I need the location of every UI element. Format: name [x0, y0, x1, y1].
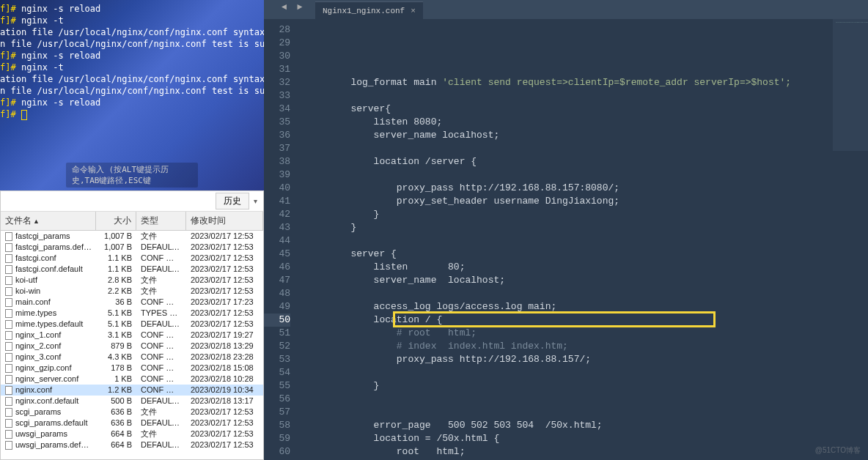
code-line [305, 366, 868, 379]
file-type: DEFAULT ... [136, 264, 186, 275]
file-row[interactable]: mime.types5.1 KBTYPES 文件2023/02/17 12:53 [1, 308, 263, 319]
file-name: nginx.conf [15, 385, 52, 394]
col-header-type[interactable]: 类型 [136, 212, 186, 230]
file-row[interactable]: fastcgi.conf1.1 KBCONF 文件2023/02/17 12:5… [1, 253, 263, 264]
filelist-header: 文件名▲ 大小 类型 修改时间 [1, 212, 263, 231]
line-number: 33 [264, 89, 290, 103]
file-size: 36 B [96, 297, 136, 308]
file-icon [5, 243, 12, 252]
line-number: 29 [264, 37, 290, 50]
file-row[interactable]: koi-utf2.8 KB文件2023/02/17 12:53 [1, 275, 263, 286]
line-number: 57 [264, 406, 290, 419]
line-number: 36 [264, 129, 290, 142]
col-header-date[interactable]: 修改时间 [186, 212, 263, 230]
terminal-line: n file /usr/local/nginx/conf/nginx.conf … [0, 85, 264, 97]
file-name: scgi_params.default [15, 418, 87, 427]
line-number: 49 [264, 300, 290, 314]
file-name: nginx_2.conf [15, 341, 61, 350]
editor-panel: ◄ ► Nginx1_nginx.conf × 2829303132333435… [264, 0, 868, 460]
col-header-size[interactable]: 大小 [96, 212, 136, 230]
tab-close-icon[interactable]: × [411, 7, 416, 15]
tab-title: Nginx1_nginx.conf [323, 7, 405, 15]
file-name: koi-utf [15, 275, 37, 284]
file-icon [5, 331, 12, 340]
line-number: 47 [264, 274, 290, 287]
file-size: 1 KB [96, 374, 136, 385]
terminal-hint: 命令输入 (按ALT键提示历史,TAB键路径,ESC键 [66, 163, 198, 188]
code-line: server { [305, 248, 868, 261]
file-row[interactable]: fastcgi_params1,007 B文件2023/02/17 12:53 [1, 231, 263, 242]
file-date: 2023/02/19 10:34 [186, 385, 263, 396]
file-icon [5, 287, 12, 296]
code-line: proxy_pass http://192.168.88.157:8080/; [305, 182, 868, 195]
file-row[interactable]: fastcgi_params.defa...1,007 BDEFAULT ...… [1, 242, 263, 253]
code-line [305, 142, 868, 155]
file-row[interactable]: scgi_params636 B文件2023/02/17 12:53 [1, 407, 263, 418]
minimap[interactable]: ━━━━━━━━━━━\n━━━━━━━\n━━━━━━━━━\n━━━━━\n… [833, 19, 868, 151]
file-name: nginx_3.conf [15, 352, 61, 361]
line-number: 39 [264, 168, 290, 182]
history-button[interactable]: 历史 [216, 193, 249, 209]
file-date: 2023/02/17 12:53 [186, 242, 263, 253]
line-number: 60 [264, 445, 290, 459]
file-name: main.conf [15, 297, 51, 306]
file-date: 2023/02/17 12:53 [186, 429, 263, 439]
file-date: 2023/02/17 12:53 [186, 275, 263, 286]
file-row[interactable]: mime.types.default5.1 KBDEFAULT ...2023/… [1, 319, 263, 330]
editor-tab-active[interactable]: Nginx1_nginx.conf × [315, 1, 423, 19]
file-row[interactable]: scgi_params.default636 BDEFAULT ...2023/… [1, 418, 263, 429]
code-line: } [305, 379, 868, 393]
filelist-body[interactable]: fastcgi_params1,007 B文件2023/02/17 12:53f… [1, 231, 263, 458]
file-row[interactable]: nginx.conf1.2 KBCONF 文件2023/02/19 10:34 [1, 385, 263, 396]
file-row[interactable]: uwsgi_params664 B文件2023/02/17 12:53 [1, 429, 263, 439]
line-number: 46 [264, 261, 290, 274]
file-size: 1,007 B [96, 231, 136, 242]
file-type: CONF 文件 [136, 341, 186, 352]
code-line: proxy_pass http://192.168.88.157/; [305, 353, 868, 366]
file-name: koi-win [15, 286, 40, 295]
file-icon [5, 353, 12, 362]
terminal-panel[interactable]: f]# nginx -s reloadf]# nginx -tation fil… [0, 0, 264, 190]
file-size: 1,007 B [96, 242, 136, 253]
code-area[interactable]: log_format main 'client send request=>cl… [298, 19, 868, 460]
file-row[interactable]: nginx_3.conf4.3 KBCONF 文件2023/02/18 23:2… [1, 352, 263, 363]
file-date: 2023/02/17 12:53 [186, 253, 263, 264]
file-name: mime.types [15, 308, 56, 317]
file-icon [5, 419, 12, 428]
col-header-name[interactable]: 文件名▲ [1, 212, 96, 230]
code-line: server{ [305, 103, 868, 116]
file-type: DEFAULT ... [136, 319, 186, 330]
line-number: 37 [264, 142, 290, 155]
file-icon [5, 430, 12, 439]
file-row[interactable]: fastcgi.conf.default1.1 KBDEFAULT ...202… [1, 264, 263, 275]
file-type: TYPES 文件 [136, 308, 186, 319]
file-row[interactable]: uwsgi_params.default664 BDEFAULT ...2023… [1, 439, 263, 450]
file-row[interactable]: main.conf36 BCONF 文件2023/02/17 17:23 [1, 297, 263, 308]
code-line [305, 63, 868, 76]
file-date: 2023/02/17 12:53 [186, 439, 263, 450]
file-type: 文件 [136, 429, 186, 439]
file-row[interactable]: nginx_server.conf1 KBCONF 文件2023/02/18 1… [1, 374, 263, 385]
file-row[interactable]: nginx_1.conf3.1 KBCONF 文件2023/02/17 19:2… [1, 330, 263, 341]
line-number: 40 [264, 182, 290, 195]
file-row[interactable]: nginx_gzip.conf178 BCONF 文件2023/02/18 15… [1, 363, 263, 374]
nav-forward-icon[interactable]: ► [294, 0, 305, 15]
terminal-line: f]# nginx -s reload [0, 50, 264, 62]
line-number: 38 [264, 155, 290, 168]
file-date: 2023/02/17 17:23 [186, 297, 263, 308]
file-type: 文件 [136, 275, 186, 286]
code-line: } [305, 221, 868, 234]
code-line: listen 80; [305, 261, 868, 274]
file-row[interactable]: nginx.conf.default500 BDEFAULT ...2023/0… [1, 396, 263, 407]
file-row[interactable]: nginx_2.conf879 BCONF 文件2023/02/18 13:29 [1, 341, 263, 352]
terminal-line: n file /usr/local/nginx/conf/nginx.conf … [0, 38, 264, 50]
dropdown-icon[interactable]: ▾ [254, 197, 257, 205]
file-row[interactable]: koi-win2.2 KB文件2023/02/17 12:53 [1, 286, 263, 297]
code-line: listen 8080; [305, 116, 868, 129]
file-name: fastcgi.conf.default [15, 264, 83, 273]
code-line: proxy_set_header username DingJiaxiong; [305, 195, 868, 208]
nav-back-icon[interactable]: ◄ [279, 0, 290, 15]
line-number: 53 [264, 353, 290, 366]
terminal-line: f]# nginx -s reload [0, 97, 264, 108]
editor-nav: ◄ ► [279, 0, 305, 15]
